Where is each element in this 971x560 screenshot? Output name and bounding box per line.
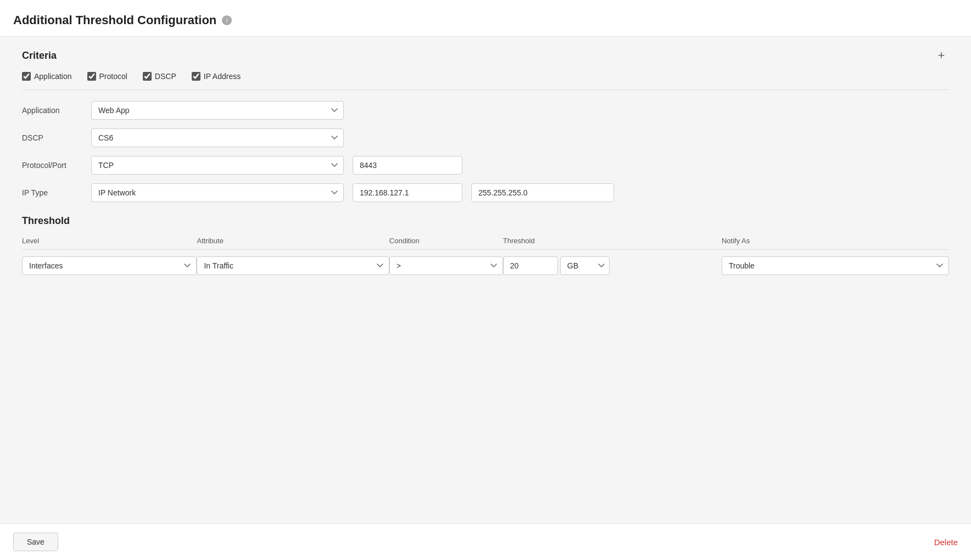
protocol-port-row: Protocol/Port TCP UDP ICMP [22, 156, 791, 175]
threshold-value-wrapper: GB MB KB Mbps Kbps [503, 256, 722, 275]
level-cell: Interfaces Application Site [22, 250, 197, 282]
col-notify-as: Notify As [722, 233, 949, 250]
notify-cell: Trouble Warning Critical Info [722, 250, 949, 282]
info-icon[interactable]: i [222, 15, 232, 25]
page-title: Additional Threshold Configuration [13, 13, 216, 27]
checkbox-dscp-input[interactable] [143, 72, 152, 81]
criteria-section-header: Criteria + [22, 48, 949, 63]
threshold-value-cell: GB MB KB Mbps Kbps [503, 250, 722, 282]
subnet-mask-input[interactable] [471, 183, 614, 202]
dscp-label: DSCP [22, 133, 82, 142]
criteria-form: Application Web App FTP HTTP HTTPS DSCP … [22, 101, 791, 202]
checkbox-ipaddress-label: IP Address [204, 72, 241, 81]
checkbox-dscp[interactable]: DSCP [143, 72, 176, 81]
col-level: Level [22, 233, 197, 250]
footer: Save Delete [0, 523, 971, 560]
add-criteria-button[interactable]: + [934, 48, 949, 63]
application-select[interactable]: Web App FTP HTTP HTTPS [91, 101, 344, 120]
checkbox-protocol-input[interactable] [87, 72, 96, 81]
checkbox-application-label: Application [34, 72, 72, 81]
ip-type-label: IP Type [22, 188, 82, 197]
criteria-section: Criteria + Application Protocol DSCP [13, 37, 958, 293]
level-select[interactable]: Interfaces Application Site [22, 256, 197, 275]
ip-type-select[interactable]: IP Network IP Address Any [91, 183, 344, 202]
threshold-section: Threshold Level Attribute Condition Thre… [22, 215, 949, 282]
port-input[interactable] [353, 156, 462, 175]
protocol-port-label: Protocol/Port [22, 161, 82, 170]
checkbox-protocol[interactable]: Protocol [87, 72, 127, 81]
delete-button[interactable]: Delete [934, 537, 958, 547]
page-container: Additional Threshold Configuration i Cri… [0, 0, 971, 560]
protocol-select[interactable]: TCP UDP ICMP [91, 156, 344, 175]
checkbox-ipaddress-input[interactable] [192, 72, 200, 81]
checkbox-dscp-label: DSCP [155, 72, 176, 81]
threshold-row: Interfaces Application Site In Traffic O… [22, 250, 949, 282]
col-condition: Condition [389, 233, 503, 250]
condition-select[interactable]: > < >= <= = [389, 256, 503, 275]
save-button[interactable]: Save [13, 533, 58, 551]
checkbox-protocol-label: Protocol [99, 72, 127, 81]
threshold-number-input[interactable] [503, 256, 558, 275]
threshold-title: Threshold [22, 215, 949, 227]
main-content: Criteria + Application Protocol DSCP [0, 37, 971, 523]
dscp-row: DSCP CS6 CS5 CS4 EF AF11 [22, 128, 791, 147]
notify-as-select[interactable]: Trouble Warning Critical Info [722, 256, 949, 275]
col-threshold: Threshold [503, 233, 722, 250]
ip-type-row: IP Type IP Network IP Address Any [22, 183, 791, 202]
col-attribute: Attribute [197, 233, 389, 250]
threshold-table: Level Attribute Condition Threshold Noti… [22, 233, 949, 282]
threshold-header-row: Level Attribute Condition Threshold Noti… [22, 233, 949, 250]
application-label: Application [22, 106, 82, 115]
checkbox-application[interactable]: Application [22, 72, 72, 81]
attribute-cell: In Traffic Out Traffic In Errors Out Err… [197, 250, 389, 282]
attribute-select[interactable]: In Traffic Out Traffic In Errors Out Err… [197, 256, 389, 275]
checkbox-ipaddress[interactable]: IP Address [192, 72, 241, 81]
checkbox-application-input[interactable] [22, 72, 31, 81]
criteria-title: Criteria [22, 50, 57, 61]
criteria-checkboxes: Application Protocol DSCP IP Address [22, 72, 949, 90]
dscp-select[interactable]: CS6 CS5 CS4 EF AF11 [91, 128, 344, 147]
page-header: Additional Threshold Configuration i [0, 0, 971, 37]
threshold-unit-select[interactable]: GB MB KB Mbps Kbps [560, 256, 610, 275]
condition-cell: > < >= <= = [389, 250, 503, 282]
ip-address-input[interactable] [353, 183, 462, 202]
application-row: Application Web App FTP HTTP HTTPS [22, 101, 791, 120]
